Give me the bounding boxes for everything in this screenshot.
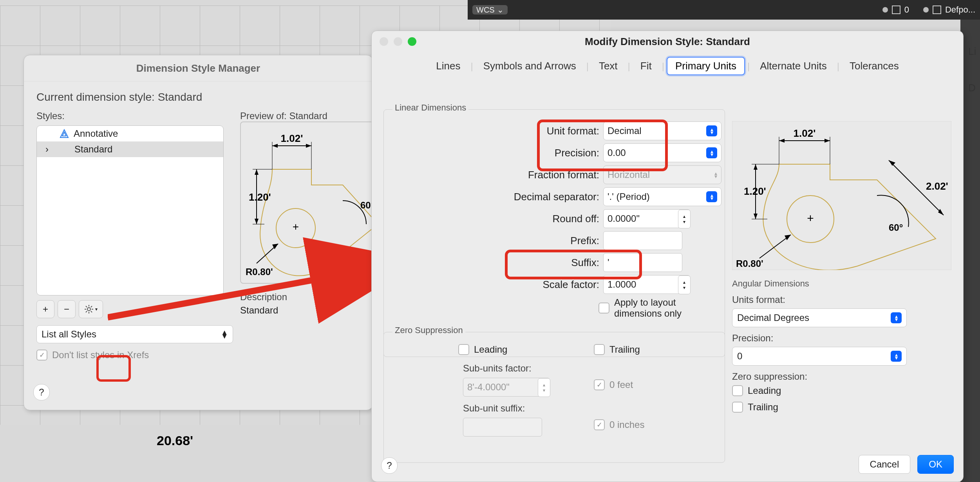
decimal-separator-select[interactable]: '.' (Period) ▴▾ bbox=[603, 187, 721, 206]
stepper-arrows-icon: ▴▾ bbox=[538, 378, 550, 397]
decimal-separator-label: Decimal separator: bbox=[400, 191, 603, 203]
group-title: Zero Suppression bbox=[392, 325, 465, 335]
scale-factor-label: Scale factor: bbox=[400, 279, 603, 291]
svg-line-5 bbox=[86, 306, 87, 307]
zoom-window-button[interactable] bbox=[408, 37, 416, 46]
leading-label: Leading bbox=[474, 344, 507, 355]
chevron-right-icon: › bbox=[45, 144, 53, 155]
leading-checkbox-row[interactable]: Leading bbox=[458, 344, 507, 355]
close-window-button[interactable] bbox=[380, 37, 388, 46]
drawing-dimension-text: 20.68' bbox=[157, 433, 193, 448]
xref-checkbox-label: Don't list styles in Xrefs bbox=[52, 350, 149, 361]
precision-select[interactable]: 0.00 ▴▾ bbox=[603, 143, 721, 162]
remove-style-button[interactable]: − bbox=[58, 300, 76, 318]
styles-list[interactable]: Annotative › Standard bbox=[36, 125, 224, 295]
stepper-arrows-icon[interactable]: ▴▾ bbox=[678, 210, 691, 228]
checkbox-icon[interactable] bbox=[36, 350, 47, 361]
styles-list-item-standard[interactable]: › Standard bbox=[37, 141, 223, 157]
description-heading: Description bbox=[240, 292, 379, 303]
styles-list-item-label: Annotative bbox=[74, 128, 118, 139]
angular-units-select[interactable]: Decimal Degrees ▴▾ bbox=[732, 308, 907, 327]
tab-primary-units[interactable]: Primary Units bbox=[667, 57, 745, 75]
precision-value: 0.00 bbox=[608, 147, 626, 158]
svg-line-6 bbox=[91, 311, 92, 312]
chevron-down-icon: ▾ bbox=[95, 306, 98, 312]
dimension-preview: + 1.02' 1.20' 60° bbox=[240, 121, 379, 284]
styles-list-item-label: Standard bbox=[74, 144, 112, 155]
trailing-checkbox-row[interactable]: Trailing bbox=[594, 344, 640, 355]
checkbox-icon[interactable] bbox=[594, 344, 605, 355]
help-button[interactable]: ? bbox=[381, 457, 398, 474]
round-off-input[interactable]: 0.0000" ▴▾ bbox=[603, 209, 690, 228]
apply-layout-checkbox[interactable] bbox=[598, 303, 609, 313]
checkbox-icon[interactable] bbox=[732, 385, 743, 396]
stepper-arrows-icon[interactable]: ▴▾ bbox=[678, 275, 691, 294]
updown-arrows-icon: ▴▾ bbox=[706, 147, 717, 158]
angular-precision-select[interactable]: 0 ▴▾ bbox=[732, 347, 907, 366]
window-title: Dimension Style Manager bbox=[24, 55, 372, 82]
ok-button[interactable]: OK bbox=[917, 455, 954, 474]
svg-text:60°: 60° bbox=[889, 222, 903, 233]
layer-row-1[interactable]: Defpo... bbox=[923, 5, 975, 15]
angular-units-label: Units format: bbox=[732, 294, 947, 305]
dialog-button-row: Cancel OK bbox=[859, 455, 954, 474]
tab-fit[interactable]: Fit bbox=[633, 58, 660, 74]
tab-text[interactable]: Text bbox=[591, 58, 626, 74]
dimension-preview-large: + 1.02' 1.20' 2.02' 60° R0.80' bbox=[732, 121, 951, 270]
add-style-button[interactable]: + bbox=[36, 300, 54, 318]
tab-tolerances[interactable]: Tolerances bbox=[842, 58, 907, 74]
zero-inches-checkbox-row: 0 inches bbox=[594, 419, 644, 430]
svg-text:+: + bbox=[293, 221, 299, 233]
visibility-dot-icon bbox=[923, 7, 929, 13]
zero-feet-label: 0 feet bbox=[609, 379, 633, 390]
plus-icon: + bbox=[43, 304, 48, 315]
zero-feet-checkbox-row: 0 feet bbox=[594, 379, 633, 390]
round-off-value: 0.0000" bbox=[608, 213, 640, 224]
checkbox-icon[interactable] bbox=[732, 402, 743, 413]
fraction-format-value: Horizontal bbox=[608, 169, 650, 180]
xref-checkbox-row[interactable]: Don't list styles in Xrefs bbox=[36, 350, 233, 361]
dim-radius: R0.80' bbox=[246, 266, 273, 277]
wcs-label: WCS bbox=[476, 5, 495, 14]
minimize-window-button[interactable] bbox=[394, 37, 402, 46]
checkbox-icon[interactable] bbox=[458, 344, 469, 355]
angular-trailing-row[interactable]: Trailing bbox=[732, 402, 947, 413]
sub-units-factor-input: 8'-4.0000" ▴▾ bbox=[463, 378, 550, 397]
trailing-label: Trailing bbox=[609, 344, 640, 355]
apply-layout-label: Apply to layout dimensions only bbox=[614, 297, 724, 319]
tab-symbols[interactable]: Symbols and Arrows bbox=[476, 58, 584, 74]
svg-point-0 bbox=[87, 308, 90, 311]
description-value: Standard bbox=[240, 305, 379, 316]
ok-label: OK bbox=[929, 459, 942, 470]
sub-unit-suffix-input bbox=[463, 418, 542, 437]
wcs-selector[interactable]: WCS ⌄ bbox=[472, 5, 508, 14]
sub-unit-suffix-label: Sub-unit suffix: bbox=[463, 403, 525, 414]
cancel-button[interactable]: Cancel bbox=[859, 455, 911, 474]
sub-units-factor-value: 8'-4.0000" bbox=[467, 382, 510, 393]
unit-format-label: Unit format: bbox=[400, 125, 603, 137]
style-filter-combo[interactable]: List all Styles ▲▼ bbox=[36, 325, 233, 343]
angular-leading-row[interactable]: Leading bbox=[732, 385, 947, 396]
svg-line-7 bbox=[91, 306, 92, 307]
current-style-label: Current dimension style: Standard bbox=[36, 91, 360, 103]
tab-alternate-units[interactable]: Alternate Units bbox=[752, 58, 835, 74]
prefix-input[interactable] bbox=[603, 231, 682, 250]
layer-name: Defpo... bbox=[945, 5, 975, 15]
checkbox-icon bbox=[594, 379, 605, 390]
unit-format-select[interactable]: Decimal ▴▾ bbox=[603, 121, 721, 140]
dim-left: 1.20' bbox=[249, 191, 271, 203]
linear-dimensions-group: Linear Dimensions Unit format: Decimal ▴… bbox=[383, 109, 725, 357]
window-titlebar[interactable]: Modify Dimension Style: Standard bbox=[372, 31, 963, 52]
style-options-button[interactable]: ▾ bbox=[79, 300, 103, 318]
layer-row-0[interactable]: 0 bbox=[882, 5, 909, 15]
window-traffic-lights bbox=[380, 37, 416, 46]
decimal-separator-value: '.' (Period) bbox=[608, 191, 650, 202]
suffix-input[interactable]: ' bbox=[603, 253, 682, 272]
precision-label: Precision: bbox=[400, 147, 603, 159]
help-button[interactable]: ? bbox=[33, 384, 50, 400]
styles-list-item-annotative[interactable]: Annotative bbox=[37, 126, 223, 141]
tab-lines[interactable]: Lines bbox=[428, 58, 468, 74]
scale-factor-input[interactable]: 1.0000 ▴▾ bbox=[603, 275, 690, 294]
styles-button-bar: + − ▾ bbox=[36, 300, 233, 318]
layer-swatch-icon bbox=[892, 5, 900, 14]
